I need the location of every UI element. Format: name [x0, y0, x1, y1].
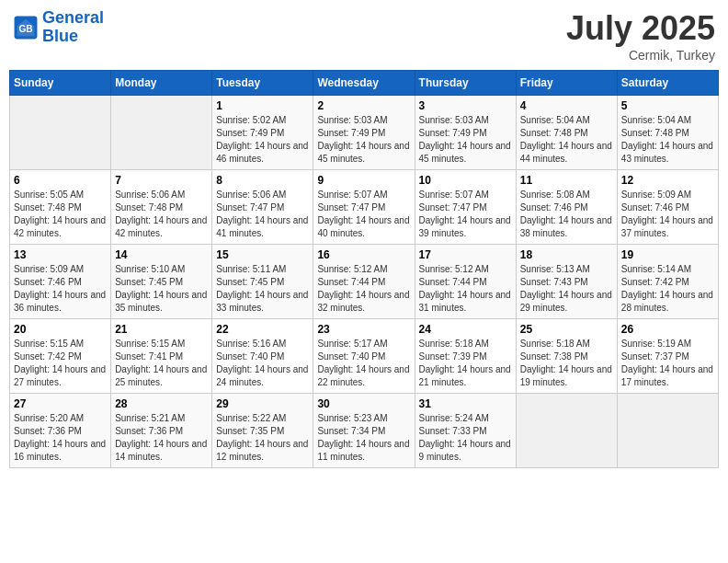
page-header: GB General Blue July 2025 Cermik, Turkey — [9, 9, 719, 63]
calendar-day-cell: 14Sunrise: 5:10 AMSunset: 7:45 PMDayligh… — [111, 245, 212, 319]
day-info: Sunrise: 5:18 AMSunset: 7:39 PMDaylight:… — [419, 338, 512, 389]
calendar-week-row: 20Sunrise: 5:15 AMSunset: 7:42 PMDayligh… — [10, 319, 719, 394]
calendar-day-cell: 3Sunrise: 5:03 AMSunset: 7:49 PMDaylight… — [415, 96, 516, 170]
calendar-day-cell — [617, 394, 718, 468]
day-number: 8 — [216, 174, 309, 187]
day-number: 18 — [520, 248, 613, 261]
day-number: 21 — [115, 323, 208, 336]
day-info: Sunrise: 5:02 AMSunset: 7:49 PMDaylight:… — [216, 114, 309, 166]
calendar-day-cell: 30Sunrise: 5:23 AMSunset: 7:34 PMDayligh… — [313, 394, 415, 468]
day-number: 29 — [216, 397, 309, 410]
day-info: Sunrise: 5:09 AMSunset: 7:46 PMDaylight:… — [14, 263, 107, 315]
day-info: Sunrise: 5:12 AMSunset: 7:44 PMDaylight:… — [419, 263, 512, 315]
calendar-day-cell: 9Sunrise: 5:07 AMSunset: 7:47 PMDaylight… — [313, 170, 415, 245]
weekday-header: Wednesday — [313, 71, 415, 96]
calendar-day-cell: 6Sunrise: 5:05 AMSunset: 7:48 PMDaylight… — [10, 170, 111, 245]
calendar-day-cell: 12Sunrise: 5:09 AMSunset: 7:46 PMDayligh… — [617, 170, 718, 245]
day-info: Sunrise: 5:04 AMSunset: 7:48 PMDaylight:… — [520, 114, 613, 166]
day-info: Sunrise: 5:17 AMSunset: 7:40 PMDaylight:… — [317, 338, 410, 389]
day-number: 26 — [621, 323, 714, 336]
calendar-week-row: 27Sunrise: 5:20 AMSunset: 7:36 PMDayligh… — [10, 394, 719, 468]
day-info: Sunrise: 5:06 AMSunset: 7:48 PMDaylight:… — [115, 189, 208, 240]
calendar-day-cell: 17Sunrise: 5:12 AMSunset: 7:44 PMDayligh… — [415, 245, 516, 319]
weekday-header: Friday — [516, 71, 617, 96]
day-number: 22 — [216, 323, 309, 336]
logo-icon: GB — [13, 15, 39, 40]
day-number: 5 — [621, 99, 714, 112]
calendar-day-cell: 21Sunrise: 5:15 AMSunset: 7:41 PMDayligh… — [111, 319, 212, 394]
day-info: Sunrise: 5:21 AMSunset: 7:36 PMDaylight:… — [115, 412, 208, 464]
calendar-day-cell: 19Sunrise: 5:14 AMSunset: 7:42 PMDayligh… — [617, 245, 718, 319]
day-info: Sunrise: 5:15 AMSunset: 7:42 PMDaylight:… — [14, 338, 107, 389]
weekday-header: Sunday — [10, 71, 111, 96]
calendar-day-cell: 29Sunrise: 5:22 AMSunset: 7:35 PMDayligh… — [212, 394, 313, 468]
day-number: 3 — [419, 99, 512, 112]
day-info: Sunrise: 5:07 AMSunset: 7:47 PMDaylight:… — [317, 189, 410, 240]
logo-line1: General — [42, 8, 104, 27]
day-info: Sunrise: 5:23 AMSunset: 7:34 PMDaylight:… — [317, 412, 410, 464]
day-info: Sunrise: 5:13 AMSunset: 7:43 PMDaylight:… — [520, 263, 613, 315]
calendar-day-cell: 11Sunrise: 5:08 AMSunset: 7:46 PMDayligh… — [516, 170, 617, 245]
day-info: Sunrise: 5:10 AMSunset: 7:45 PMDaylight:… — [115, 263, 208, 315]
calendar-day-cell: 5Sunrise: 5:04 AMSunset: 7:48 PMDaylight… — [617, 96, 718, 170]
day-info: Sunrise: 5:08 AMSunset: 7:46 PMDaylight:… — [520, 189, 613, 240]
weekday-header: Thursday — [415, 71, 516, 96]
calendar-table: SundayMondayTuesdayWednesdayThursdayFrid… — [9, 70, 719, 468]
calendar-day-cell — [10, 96, 111, 170]
day-number: 23 — [317, 323, 410, 336]
calendar-day-cell: 4Sunrise: 5:04 AMSunset: 7:48 PMDaylight… — [516, 96, 617, 170]
calendar-day-cell: 1Sunrise: 5:02 AMSunset: 7:49 PMDaylight… — [212, 96, 313, 170]
day-info: Sunrise: 5:09 AMSunset: 7:46 PMDaylight:… — [621, 189, 714, 240]
day-number: 13 — [14, 248, 107, 261]
calendar-day-cell: 18Sunrise: 5:13 AMSunset: 7:43 PMDayligh… — [516, 245, 617, 319]
day-number: 4 — [520, 99, 613, 112]
logo-line2: Blue — [42, 27, 78, 45]
title-block: July 2025 Cermik, Turkey — [566, 9, 715, 63]
day-info: Sunrise: 5:24 AMSunset: 7:33 PMDaylight:… — [419, 412, 512, 464]
weekday-header: Tuesday — [212, 71, 313, 96]
day-number: 12 — [621, 174, 714, 187]
day-number: 20 — [14, 323, 107, 336]
calendar-day-cell: 2Sunrise: 5:03 AMSunset: 7:49 PMDaylight… — [313, 96, 415, 170]
day-info: Sunrise: 5:16 AMSunset: 7:40 PMDaylight:… — [216, 338, 309, 389]
calendar-day-cell: 27Sunrise: 5:20 AMSunset: 7:36 PMDayligh… — [10, 394, 111, 468]
weekday-header: Saturday — [617, 71, 718, 96]
day-info: Sunrise: 5:05 AMSunset: 7:48 PMDaylight:… — [14, 189, 107, 240]
weekday-header-row: SundayMondayTuesdayWednesdayThursdayFrid… — [10, 71, 719, 96]
calendar-day-cell: 15Sunrise: 5:11 AMSunset: 7:45 PMDayligh… — [212, 245, 313, 319]
day-number: 9 — [317, 174, 410, 187]
calendar-day-cell: 31Sunrise: 5:24 AMSunset: 7:33 PMDayligh… — [415, 394, 516, 468]
day-number: 7 — [115, 174, 208, 187]
day-info: Sunrise: 5:14 AMSunset: 7:42 PMDaylight:… — [621, 263, 714, 315]
weekday-header: Monday — [111, 71, 212, 96]
calendar-day-cell — [111, 96, 212, 170]
calendar-day-cell: 20Sunrise: 5:15 AMSunset: 7:42 PMDayligh… — [10, 319, 111, 394]
calendar-day-cell — [516, 394, 617, 468]
day-info: Sunrise: 5:04 AMSunset: 7:48 PMDaylight:… — [621, 114, 714, 166]
calendar-day-cell: 22Sunrise: 5:16 AMSunset: 7:40 PMDayligh… — [212, 319, 313, 394]
logo: GB General Blue — [13, 9, 104, 46]
calendar-day-cell: 26Sunrise: 5:19 AMSunset: 7:37 PMDayligh… — [617, 319, 718, 394]
day-number: 27 — [14, 397, 107, 410]
day-number: 2 — [317, 99, 410, 112]
day-info: Sunrise: 5:19 AMSunset: 7:37 PMDaylight:… — [621, 338, 714, 389]
day-number: 1 — [216, 99, 309, 112]
calendar-day-cell: 13Sunrise: 5:09 AMSunset: 7:46 PMDayligh… — [10, 245, 111, 319]
calendar-week-row: 13Sunrise: 5:09 AMSunset: 7:46 PMDayligh… — [10, 245, 719, 319]
day-number: 25 — [520, 323, 613, 336]
calendar-day-cell: 28Sunrise: 5:21 AMSunset: 7:36 PMDayligh… — [111, 394, 212, 468]
day-number: 11 — [520, 174, 613, 187]
day-number: 6 — [14, 174, 107, 187]
calendar-day-cell: 10Sunrise: 5:07 AMSunset: 7:47 PMDayligh… — [415, 170, 516, 245]
month-title: July 2025 — [566, 9, 715, 48]
day-info: Sunrise: 5:20 AMSunset: 7:36 PMDaylight:… — [14, 412, 107, 464]
day-info: Sunrise: 5:22 AMSunset: 7:35 PMDaylight:… — [216, 412, 309, 464]
calendar-week-row: 6Sunrise: 5:05 AMSunset: 7:48 PMDaylight… — [10, 170, 719, 245]
day-number: 19 — [621, 248, 714, 261]
day-number: 14 — [115, 248, 208, 261]
day-number: 17 — [419, 248, 512, 261]
day-info: Sunrise: 5:12 AMSunset: 7:44 PMDaylight:… — [317, 263, 410, 315]
day-number: 15 — [216, 248, 309, 261]
calendar-day-cell: 24Sunrise: 5:18 AMSunset: 7:39 PMDayligh… — [415, 319, 516, 394]
calendar-day-cell: 25Sunrise: 5:18 AMSunset: 7:38 PMDayligh… — [516, 319, 617, 394]
